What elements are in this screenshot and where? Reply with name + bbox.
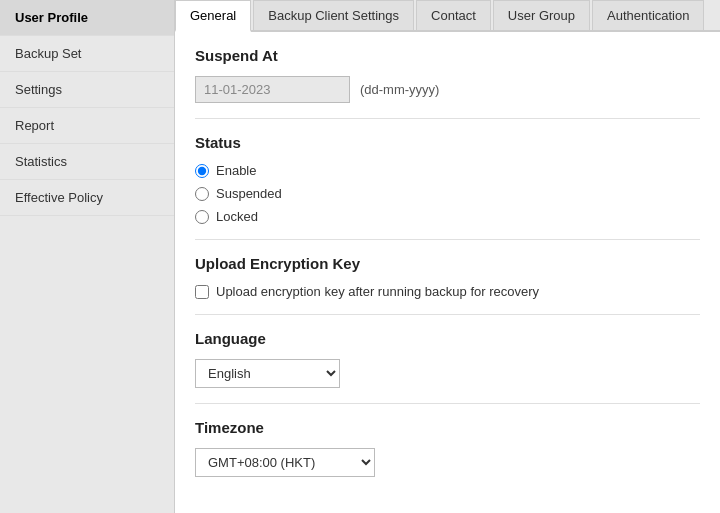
sidebar-item-effective-policy[interactable]: Effective Policy <box>0 180 174 216</box>
status-title: Status <box>195 134 700 151</box>
upload-encryption-checkbox-label[interactable]: Upload encryption key after running back… <box>195 284 700 299</box>
suspend-at-input[interactable] <box>195 76 350 103</box>
suspend-at-section: Suspend At (dd-mm-yyyy) <box>195 47 700 119</box>
status-suspended-radio[interactable] <box>195 187 209 201</box>
upload-encryption-section: Upload Encryption Key Upload encryption … <box>195 255 700 315</box>
status-enable-radio[interactable] <box>195 164 209 178</box>
tab-user-group[interactable]: User Group <box>493 0 590 30</box>
timezone-section: Timezone GMT+08:00 (HKT) GMT+00:00 (UTC)… <box>195 419 700 492</box>
sidebar-item-report[interactable]: Report <box>0 108 174 144</box>
tab-backup-client-settings[interactable]: Backup Client Settings <box>253 0 414 30</box>
sidebar-item-settings[interactable]: Settings <box>0 72 174 108</box>
tab-contact[interactable]: Contact <box>416 0 491 30</box>
tab-general[interactable]: General <box>175 0 251 32</box>
content-area: Suspend At (dd-mm-yyyy) Status Enable Su… <box>175 32 720 513</box>
suspend-at-title: Suspend At <box>195 47 700 64</box>
status-locked-radio[interactable] <box>195 210 209 224</box>
language-select[interactable]: English Chinese (Traditional) Chinese (S… <box>195 359 340 388</box>
timezone-select[interactable]: GMT+08:00 (HKT) GMT+00:00 (UTC) GMT-05:0… <box>195 448 375 477</box>
status-locked-option[interactable]: Locked <box>195 209 700 224</box>
status-section: Status Enable Suspended Locked <box>195 134 700 240</box>
date-format-label: (dd-mm-yyyy) <box>360 82 439 97</box>
status-suspended-option[interactable]: Suspended <box>195 186 700 201</box>
upload-encryption-title: Upload Encryption Key <box>195 255 700 272</box>
sidebar-item-statistics[interactable]: Statistics <box>0 144 174 180</box>
upload-encryption-checkbox[interactable] <box>195 285 209 299</box>
status-enable-option[interactable]: Enable <box>195 163 700 178</box>
status-radio-group: Enable Suspended Locked <box>195 163 700 224</box>
language-title: Language <box>195 330 700 347</box>
tab-authentication[interactable]: Authentication <box>592 0 704 30</box>
sidebar-item-user-profile[interactable]: User Profile <box>0 0 174 36</box>
language-section: Language English Chinese (Traditional) C… <box>195 330 700 404</box>
sidebar-item-backup-set[interactable]: Backup Set <box>0 36 174 72</box>
tab-bar: General Backup Client Settings Contact U… <box>175 0 720 32</box>
main-panel: General Backup Client Settings Contact U… <box>175 0 720 513</box>
sidebar: User Profile Backup Set Settings Report … <box>0 0 175 513</box>
timezone-title: Timezone <box>195 419 700 436</box>
suspend-at-row: (dd-mm-yyyy) <box>195 76 700 103</box>
